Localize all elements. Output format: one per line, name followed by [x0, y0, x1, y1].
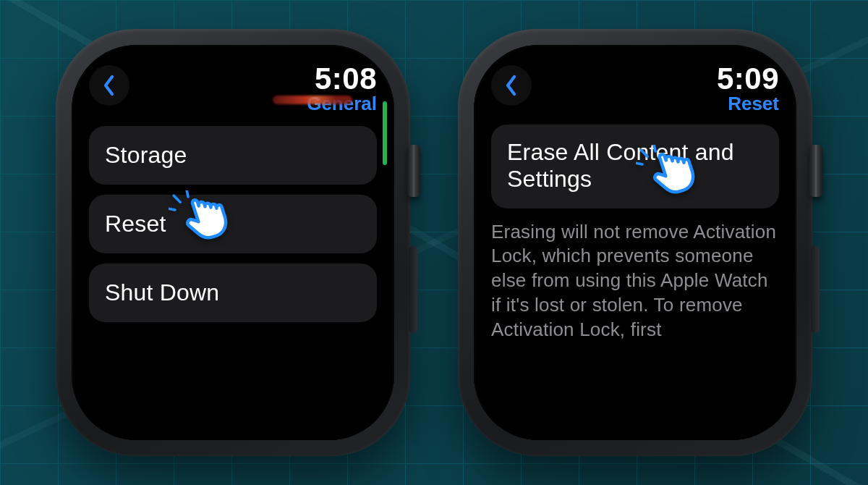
- watch-general: 5:08 General Storage Reset: [56, 29, 410, 456]
- back-button[interactable]: [491, 65, 532, 106]
- chevron-left-icon: [504, 75, 519, 96]
- chevron-left-icon: [102, 75, 116, 96]
- row-shut-down[interactable]: Shut Down: [89, 263, 377, 322]
- settings-list: Storage Reset: [89, 126, 377, 322]
- fade: [474, 397, 796, 440]
- watch-face-reset: 5:09 Reset Erase All Content and Setting…: [474, 45, 796, 440]
- row-reset[interactable]: Reset: [89, 195, 377, 253]
- row-erase-all[interactable]: Erase All Content and Settings: [491, 125, 779, 208]
- svg-line-0: [174, 195, 180, 202]
- header: 5:08 General: [89, 61, 377, 122]
- fade: [72, 397, 394, 440]
- svg-line-2: [169, 208, 175, 210]
- tap-cursor-icon: [169, 190, 234, 256]
- clock-time: 5:09: [717, 64, 779, 94]
- clock-time: 5:08: [307, 64, 377, 94]
- reset-list: Erase All Content and Settings: [491, 125, 779, 208]
- row-label: Storage: [105, 142, 187, 168]
- erase-description: Erasing will not remove Activation Lock,…: [491, 220, 779, 342]
- watch-reset: 5:09 Reset Erase All Content and Setting…: [458, 29, 812, 456]
- watch-face-general: 5:08 General Storage Reset: [72, 45, 394, 440]
- row-label: Erase All Content and Settings: [507, 139, 734, 192]
- back-button[interactable]: [89, 65, 129, 106]
- redacted-smudge: [273, 96, 352, 104]
- scroll-indicator[interactable]: [383, 101, 387, 165]
- row-label: Shut Down: [105, 279, 219, 305]
- svg-line-1: [187, 190, 188, 197]
- header: 5:09 Reset: [491, 61, 779, 122]
- tutorial-stage: 5:08 General Storage Reset: [0, 0, 868, 485]
- row-storage[interactable]: Storage: [89, 126, 377, 185]
- row-label: Reset: [105, 211, 166, 237]
- breadcrumb[interactable]: Reset: [717, 93, 779, 115]
